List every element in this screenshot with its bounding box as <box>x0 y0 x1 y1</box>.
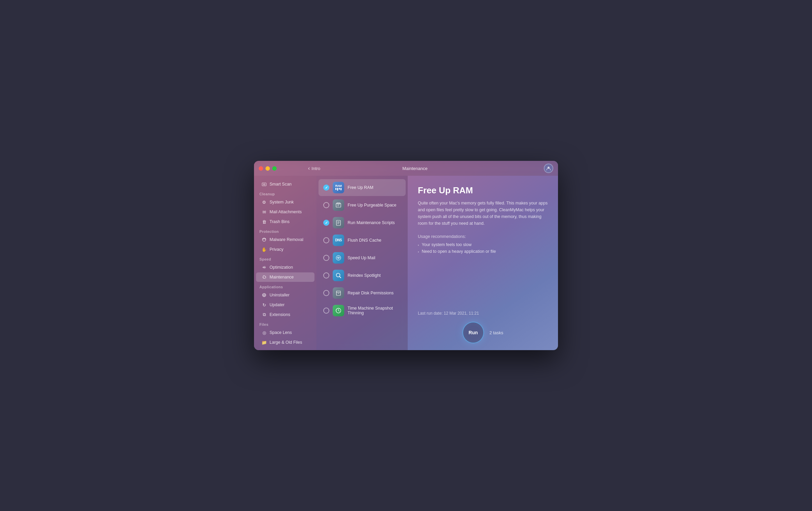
task-checkbox-scripts[interactable] <box>323 220 329 226</box>
maintenance-icon <box>261 274 267 280</box>
sidebar-item-label: Smart Scan <box>270 182 291 187</box>
sidebar-item-space-lens[interactable]: ◎ Space Lens <box>256 328 314 337</box>
close-button[interactable] <box>259 166 263 171</box>
run-section: Run 2 tasks <box>418 322 548 343</box>
task-checkbox-mail[interactable] <box>323 255 329 261</box>
svg-line-27 <box>339 276 341 278</box>
task-label-purgeable: Free Up Purgeable Space <box>348 203 397 208</box>
svg-rect-1 <box>262 183 266 186</box>
last-run-date: 12 Mar 2021, 11:21 <box>444 311 479 316</box>
title-bar-center: ‹ Intro Maintenance <box>277 166 553 171</box>
usage-item-1: • Your system feels too slow <box>418 242 548 247</box>
privacy-icon: ✋ <box>261 247 267 252</box>
task-checkbox-purgeable[interactable] <box>323 202 329 208</box>
detail-footer: Last run date: 12 Mar 2021, 11:21 Run 2 … <box>418 304 548 343</box>
sidebar-item-label: Optimization <box>270 265 293 270</box>
app-window: ‹ Intro Maintenance Smar <box>254 161 558 350</box>
detail-panel: Free Up RAM Quite often your Mac's memor… <box>408 176 558 350</box>
last-run-info: Last run date: 12 Mar 2021, 11:21 <box>418 311 548 316</box>
sidebar-item-label: Large & Old Files <box>270 340 302 345</box>
last-run-label: Last run date: <box>418 311 442 316</box>
malware-icon <box>261 237 267 242</box>
task-item-speed-up-mail[interactable]: Speed Up Mail <box>319 249 406 266</box>
usage-text-1: Your system feels too slow <box>422 242 472 247</box>
detail-description: Quite often your Mac's memory gets fully… <box>418 200 548 227</box>
sidebar-item-maintenance[interactable]: Maintenance <box>256 272 314 282</box>
sidebar-item-label: Space Lens <box>270 330 292 335</box>
task-item-flush-dns[interactable]: DNS Flush DNS Cache <box>319 232 406 249</box>
window-title: Maintenance <box>402 166 427 171</box>
sidebar-section-speed: Speed <box>254 254 316 262</box>
minimize-button[interactable] <box>265 166 270 171</box>
sidebar-item-label: Shredder <box>270 350 287 350</box>
task-checkbox-time-machine[interactable] <box>323 308 329 314</box>
usage-text-2: Need to open a heavy application or file <box>422 249 496 254</box>
usage-recommendations: • Your system feels too slow • Need to o… <box>418 242 548 254</box>
sidebar-item-extensions[interactable]: ⧉ Extensions <box>256 310 314 319</box>
task-checkbox-spotlight[interactable] <box>323 272 329 278</box>
user-avatar[interactable] <box>544 164 553 173</box>
task-item-repair-disk[interactable]: Repair Disk Permissions <box>319 285 406 301</box>
task-item-free-up-purgeable[interactable]: Free Up Purgeable Space <box>319 197 406 214</box>
maximize-button[interactable] <box>272 166 277 171</box>
sidebar-item-uninstaller[interactable]: Uninstaller <box>256 290 314 300</box>
sidebar-item-label: Extensions <box>270 312 290 317</box>
sidebar-item-label: Updater <box>270 302 284 307</box>
updater-icon: ↻ <box>261 302 267 308</box>
sidebar-item-shredder[interactable]: ⊞ Shredder <box>256 347 314 350</box>
detail-title: Free Up RAM <box>418 185 548 196</box>
extensions-icon: ⧉ <box>261 312 267 317</box>
sidebar-item-malware-removal[interactable]: Malware Removal <box>256 235 314 244</box>
task-label-spotlight: Reindex Spotlight <box>348 273 381 278</box>
svg-point-11 <box>263 294 265 296</box>
task-checkbox-free-up-ram[interactable] <box>323 185 329 191</box>
sidebar-item-label: System Junk <box>270 200 294 204</box>
sidebar-item-label: Maintenance <box>270 275 294 279</box>
nav-back-button[interactable]: ‹ Intro <box>308 165 320 171</box>
sidebar-item-trash-bins[interactable]: 🗑 Trash Bins <box>256 217 314 226</box>
sidebar-item-large-old-files[interactable]: 📁 Large & Old Files <box>256 338 314 347</box>
uninstaller-icon <box>261 292 267 298</box>
sidebar-item-optimization[interactable]: Optimization <box>256 263 314 272</box>
sidebar-item-label: Privacy <box>270 247 283 252</box>
sidebar-item-label: Uninstaller <box>270 293 289 297</box>
task-icon-purgeable <box>333 199 344 211</box>
sidebar-item-label: Trash Bins <box>270 219 289 224</box>
trash-icon: 🗑 <box>261 219 267 224</box>
task-label-free-up-ram: Free Up RAM <box>348 185 373 190</box>
run-button[interactable]: Run <box>462 322 484 343</box>
svg-point-2 <box>263 184 265 185</box>
task-checkbox-dns[interactable] <box>323 237 329 243</box>
sidebar-section-cleanup: Cleanup <box>254 189 316 197</box>
optimization-icon <box>261 265 267 270</box>
tasks-count-label: 2 tasks <box>489 330 503 335</box>
task-item-time-machine[interactable]: Time Machine Snapshot Thinning <box>319 302 406 319</box>
task-item-free-up-ram[interactable]: RAM Free Up RAM <box>319 179 406 196</box>
sidebar-item-smart-scan[interactable]: Smart Scan <box>256 179 314 189</box>
back-chevron-icon: ‹ <box>308 165 310 171</box>
sidebar-section-protection: Protection <box>254 227 316 235</box>
task-item-maintenance-scripts[interactable]: Run Maintenance Scripts <box>319 214 406 231</box>
task-list: RAM Free Up RAM <box>316 176 408 350</box>
space-lens-icon: ◎ <box>261 330 267 335</box>
bullet-icon: • <box>418 243 419 247</box>
task-label-scripts: Run Maintenance Scripts <box>348 220 395 225</box>
task-icon-ram: RAM <box>333 182 344 193</box>
task-checkbox-disk[interactable] <box>323 290 329 296</box>
task-item-reindex-spotlight[interactable]: Reindex Spotlight <box>319 267 406 284</box>
task-label-mail: Speed Up Mail <box>348 256 375 260</box>
sidebar-section-files: Files <box>254 320 316 327</box>
task-label-dns: Flush DNS Cache <box>348 238 381 243</box>
task-label-time-machine: Time Machine Snapshot Thinning <box>348 306 401 315</box>
sidebar-item-updater[interactable]: ↻ Updater <box>256 300 314 310</box>
sidebar-item-system-junk[interactable]: ⚙ System Junk <box>256 197 314 207</box>
large-files-icon: 📁 <box>261 340 267 345</box>
sidebar-item-label: Mail Attachments <box>270 210 302 214</box>
sidebar-item-mail-attachments[interactable]: ✉ Mail Attachments <box>256 207 314 217</box>
task-icon-disk <box>333 287 344 299</box>
sidebar-item-privacy[interactable]: ✋ Privacy <box>256 245 314 254</box>
task-icon-dns: DNS <box>333 235 344 246</box>
svg-rect-16 <box>336 203 341 207</box>
sidebar: Smart Scan Cleanup ⚙ System Junk ✉ Mail … <box>254 176 316 350</box>
svg-point-25 <box>337 257 339 259</box>
